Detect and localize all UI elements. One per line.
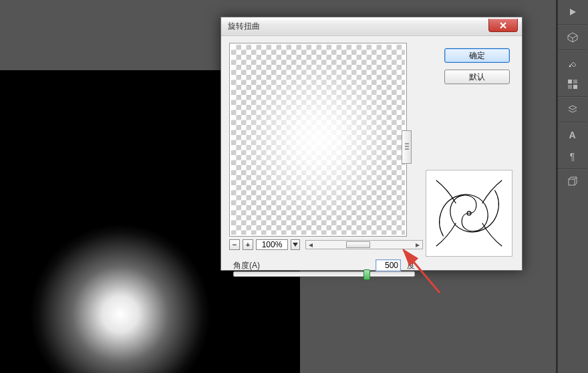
swirl-icon [426, 170, 512, 256]
scroll-thumb[interactable] [346, 241, 370, 248]
sep [558, 49, 587, 51]
preview-resize-handle[interactable] [402, 130, 412, 164]
preview-area[interactable] [229, 43, 407, 237]
sep [558, 122, 587, 123]
dialog-title: 旋转扭曲 [228, 21, 260, 32]
preview-glow [238, 59, 398, 220]
play-icon[interactable] [562, 3, 583, 21]
zoom-value[interactable]: 100% [256, 239, 288, 250]
svg-marker-0 [570, 9, 576, 15]
svg-marker-1 [568, 33, 577, 38]
box3d-icon[interactable] [562, 172, 583, 191]
angle-slider-thumb[interactable] [363, 269, 370, 280]
angle-unit: 度 [407, 260, 415, 271]
close-button[interactable] [488, 19, 518, 32]
svg-line-6 [573, 39, 577, 42]
sep [558, 24, 587, 25]
angle-row: 角度(A) 500 度 [233, 258, 415, 273]
twirl-dialog: 旋转扭曲 − + 100% ◂ ▸ [220, 17, 523, 271]
zoom-toolbar: − + 100% ◂ ▸ [229, 238, 423, 251]
sep [558, 168, 587, 170]
angle-slider[interactable] [233, 271, 415, 277]
angle-input[interactable]: 500 [376, 259, 401, 271]
preview-inner [231, 45, 405, 235]
dialog-titlebar[interactable]: 旋转扭曲 [221, 17, 522, 36]
right-panel-strip: A ¶ [556, 0, 588, 373]
sep [558, 96, 587, 98]
svg-rect-10 [568, 85, 572, 89]
cancel-button[interactable]: 默认 [444, 70, 510, 84]
dialog-body: − + 100% ◂ ▸ 角度(A) 500 度 确定 默认 [221, 36, 522, 270]
layers-icon[interactable] [562, 100, 583, 119]
zoom-in-button[interactable]: + [243, 239, 253, 250]
zoom-dropdown[interactable] [291, 239, 300, 250]
svg-point-7 [569, 66, 571, 68]
scroll-left-icon[interactable]: ◂ [306, 241, 315, 249]
character-icon[interactable]: A [562, 126, 583, 144]
paragraph-icon[interactable]: ¶ [562, 147, 583, 166]
radial-glow-artwork [120, 314, 127, 321]
panel-edge [557, 0, 558, 373]
svg-rect-8 [568, 80, 572, 84]
angle-label: 角度(A) [233, 260, 260, 271]
svg-marker-12 [569, 106, 577, 110]
swatches-icon[interactable] [562, 75, 583, 94]
svg-marker-21 [293, 243, 298, 247]
ok-button[interactable]: 确定 [444, 48, 510, 63]
svg-rect-11 [573, 85, 577, 89]
svg-rect-13 [569, 179, 575, 185]
svg-rect-9 [573, 80, 577, 84]
swirl-preview [426, 170, 512, 257]
brush-icon[interactable] [562, 53, 583, 72]
preview-hscroll[interactable]: ◂ ▸ [305, 240, 423, 249]
cube-icon[interactable] [562, 28, 583, 47]
svg-line-5 [568, 39, 573, 42]
zoom-out-button[interactable]: − [229, 239, 240, 250]
scroll-right-icon[interactable]: ▸ [413, 241, 422, 249]
